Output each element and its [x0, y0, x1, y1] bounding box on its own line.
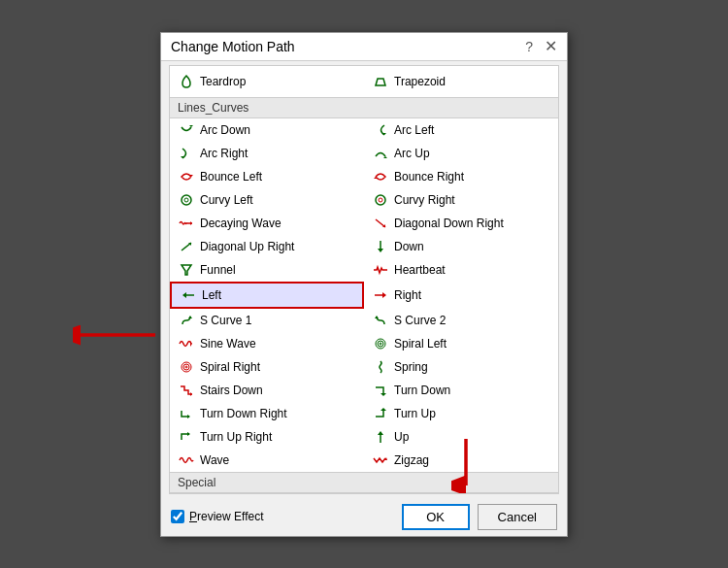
- svg-marker-25: [188, 316, 192, 318]
- list-item-spiral-right[interactable]: Spiral Right: [170, 355, 364, 379]
- diag-up-right-label: Diagonal Up Right: [200, 240, 294, 253]
- turn-up-icon: [372, 405, 389, 422]
- list-item-diagonal-up-right[interactable]: Diagonal Up Right: [170, 235, 364, 258]
- decaying-wave-label: Decaying Wave: [200, 217, 281, 230]
- svg-marker-34: [190, 392, 192, 396]
- list-item-turn-down[interactable]: Turn Down: [364, 379, 558, 402]
- list-item-down[interactable]: Down: [364, 235, 558, 258]
- trapezoid-icon: [372, 73, 389, 90]
- list-item-s-curve-1[interactable]: S Curve 1: [170, 309, 364, 332]
- motion-path-list[interactable]: Teardrop Trapezoid Lines_Curves Arc Down: [169, 65, 559, 494]
- svg-point-11: [184, 198, 188, 202]
- ok-button[interactable]: OK: [402, 504, 470, 530]
- preview-checkbox[interactable]: [171, 510, 184, 523]
- spiral-left-icon: [372, 335, 389, 352]
- svg-point-13: [379, 198, 382, 202]
- zigzag-label: Zigzag: [394, 453, 429, 467]
- svg-marker-38: [187, 432, 190, 436]
- heartbeat-label: Heartbeat: [394, 263, 446, 277]
- list-item-turn-up[interactable]: Turn Up: [364, 402, 558, 425]
- heartbeat-icon: [372, 261, 389, 279]
- s-curve-2-icon: [372, 312, 389, 329]
- arc-right-label: Arc Right: [200, 147, 248, 160]
- button-group: OK Cancel: [402, 504, 557, 530]
- list-item-spring[interactable]: Spring: [364, 355, 558, 379]
- diag-down-right-label: Diagonal Down Right: [394, 217, 504, 230]
- list-item-curvy-left[interactable]: Curvy Left: [170, 188, 364, 212]
- arc-down-label: Arc Down: [200, 123, 250, 137]
- spring-label: Spring: [394, 360, 428, 374]
- wave-label: Wave: [200, 453, 229, 467]
- list-item-turn-up-right[interactable]: Turn Up Right: [170, 425, 364, 449]
- s-curve-1-label: S Curve 1: [200, 314, 251, 327]
- list-item-diagonal-down-right[interactable]: Diagonal Down Right: [364, 212, 558, 235]
- svg-marker-4: [189, 125, 193, 127]
- arc-up-label: Arc Up: [394, 147, 430, 160]
- close-button[interactable]: ✕: [545, 39, 557, 54]
- funnel-icon: [178, 261, 195, 279]
- help-button[interactable]: ?: [525, 39, 533, 54]
- svg-marker-40: [378, 431, 383, 435]
- down-label: Down: [394, 240, 424, 253]
- right-label: Right: [394, 288, 421, 302]
- spiral-right-icon: [178, 358, 195, 376]
- svg-marker-35: [381, 393, 386, 396]
- turn-up-right-icon: [178, 428, 195, 446]
- list-item-decaying-wave[interactable]: Decaying Wave: [170, 212, 364, 235]
- svg-point-29: [378, 341, 383, 347]
- top-items-section: Teardrop Trapezoid: [170, 66, 558, 97]
- title-bar-controls: ? ✕: [525, 39, 557, 54]
- spiral-right-label: Spiral Right: [200, 360, 260, 374]
- svg-marker-14: [190, 221, 192, 225]
- list-item-wave[interactable]: Wave: [170, 449, 364, 472]
- turn-up-label: Turn Up: [394, 407, 436, 420]
- funnel-label: Funnel: [200, 263, 236, 277]
- list-item-spiral-left[interactable]: Spiral Left: [364, 332, 558, 355]
- list-item-turn-down-right[interactable]: Turn Down Right: [170, 402, 364, 425]
- curvy-left-icon: [178, 191, 195, 209]
- list-item-stairs-down[interactable]: Stairs Down: [170, 379, 364, 402]
- zigzag-icon: [372, 451, 389, 469]
- diag-down-right-icon: [372, 215, 389, 232]
- list-item-left[interactable]: Left: [170, 282, 364, 309]
- svg-marker-22: [182, 292, 186, 298]
- list-item-arc-down[interactable]: Arc Down: [170, 118, 364, 142]
- left-icon: [180, 286, 197, 304]
- list-item-curvy-right[interactable]: Curvy Right: [364, 188, 558, 212]
- s-curve-2-label: S Curve 2: [394, 314, 446, 327]
- list-item-arc-left[interactable]: Arc Left: [364, 118, 558, 142]
- list-item-zigzag[interactable]: Zigzag: [364, 449, 558, 472]
- cancel-button[interactable]: Cancel: [478, 504, 557, 530]
- sine-wave-label: Sine Wave: [200, 337, 256, 351]
- arc-right-icon: [178, 145, 195, 162]
- bounce-right-icon: [372, 168, 389, 185]
- list-item-bounce-left[interactable]: Bounce Left: [170, 165, 364, 188]
- list-item-trapezoid[interactable]: Trapezoid: [364, 70, 558, 93]
- list-item-arc-right[interactable]: Arc Right: [170, 142, 364, 165]
- list-item-bounce-right[interactable]: Bounce Right: [364, 165, 558, 188]
- title-bar: Change Motion Path ? ✕: [161, 33, 567, 61]
- list-item-up[interactable]: Up: [364, 425, 558, 449]
- content-area: Teardrop Trapezoid Lines_Curves Arc Down: [161, 61, 567, 498]
- svg-marker-36: [187, 415, 190, 418]
- svg-point-32: [183, 364, 189, 370]
- svg-point-12: [376, 195, 385, 205]
- teardrop-icon: [178, 73, 195, 90]
- svg-marker-24: [382, 292, 386, 298]
- list-item-right[interactable]: Right: [364, 282, 558, 309]
- list-item-teardrop[interactable]: Teardrop: [170, 70, 364, 93]
- list-item-s-curve-2[interactable]: S Curve 2: [364, 309, 558, 332]
- list-item-sine-wave[interactable]: Sine Wave: [170, 332, 364, 355]
- stairs-down-icon: [178, 382, 195, 399]
- list-item-arc-up[interactable]: Arc Up: [364, 142, 558, 165]
- curvy-left-label: Curvy Left: [200, 193, 253, 207]
- svg-marker-7: [383, 156, 387, 158]
- lines-curves-header: Lines_Curves: [170, 97, 558, 118]
- decaying-wave-icon: [178, 215, 195, 232]
- curvy-right-icon: [372, 191, 389, 209]
- list-item-funnel[interactable]: Funnel: [170, 258, 364, 282]
- list-item-heartbeat[interactable]: Heartbeat: [364, 258, 558, 282]
- arc-down-icon: [178, 121, 195, 139]
- down-icon: [372, 238, 389, 255]
- arc-left-icon: [372, 121, 389, 139]
